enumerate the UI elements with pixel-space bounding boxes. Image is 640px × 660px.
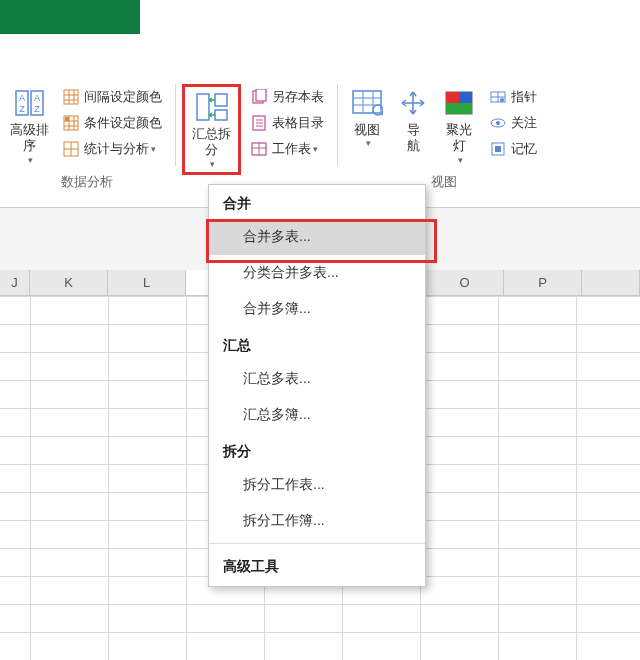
- sort-az-icon: AZAZ: [13, 86, 47, 120]
- stats-analysis-label: 统计与分析: [84, 140, 149, 158]
- interval-color-button[interactable]: 间隔设定颜色: [59, 84, 165, 110]
- svg-rect-6: [64, 90, 78, 104]
- worksheet-button[interactable]: 工作表▾: [247, 136, 327, 162]
- advanced-sort-button[interactable]: AZAZ 高级排 序 ▾: [4, 84, 55, 167]
- menu-sum-sheets[interactable]: 汇总多表...: [209, 361, 425, 397]
- worksheet-label: 工作表: [272, 140, 311, 158]
- svg-text:Z: Z: [34, 104, 40, 114]
- spotlight-button[interactable]: 聚光 灯 ▾: [436, 84, 482, 167]
- spotlight-icon: [442, 86, 476, 120]
- save-copy-label: 另存本表: [272, 88, 324, 106]
- svg-rect-12: [65, 117, 69, 121]
- grid-cond-icon: [62, 114, 80, 132]
- memory-label: 记忆: [511, 140, 537, 158]
- pointer-label: 指针: [511, 88, 537, 106]
- save-copy-button[interactable]: 另存本表: [247, 84, 327, 110]
- menu-sum-workbooks[interactable]: 汇总多簿...: [209, 397, 425, 433]
- menu-classify-merge[interactable]: 分类合并多表...: [209, 255, 425, 291]
- split-merge-icon: [195, 90, 229, 124]
- svg-point-48: [496, 121, 500, 125]
- group-label-view: 视图: [431, 173, 457, 191]
- menu-section-merge: 合并: [209, 185, 425, 219]
- spotlight-label: 聚光 灯: [446, 122, 472, 155]
- col-header-extra[interactable]: [582, 270, 640, 295]
- svg-rect-32: [353, 91, 381, 113]
- svg-text:Z: Z: [19, 104, 25, 114]
- nav-button[interactable]: 导 航: [390, 84, 436, 167]
- nav-label: 导 航: [407, 122, 420, 155]
- menu-section-split: 拆分: [209, 433, 425, 467]
- menu-split-sheets[interactable]: 拆分工作表...: [209, 467, 425, 503]
- nav-arrows-icon: [396, 86, 430, 120]
- view-grid-icon: [350, 86, 384, 120]
- toc-icon: [250, 114, 268, 132]
- eye-icon: [489, 114, 507, 132]
- group-label-analysis: 数据分析: [61, 173, 113, 191]
- advanced-sort-label: 高级排 序: [10, 122, 49, 155]
- interval-color-label: 间隔设定颜色: [84, 88, 162, 106]
- chevron-down-icon: ▾: [458, 155, 463, 165]
- svg-rect-42: [446, 103, 472, 114]
- split-sum-label: 汇总拆 分: [192, 126, 231, 159]
- follow-label: 关注: [511, 114, 537, 132]
- menu-section-advanced: 高级工具: [209, 548, 425, 582]
- col-header-L[interactable]: L: [108, 270, 186, 295]
- svg-rect-21: [215, 94, 227, 106]
- pointer-icon: [489, 88, 507, 106]
- ribbon-group-analysis: AZAZ 高级排 序 ▾ 间隔设定颜色 条件设定颜色 统计与分析▾: [0, 84, 169, 204]
- svg-rect-40: [446, 92, 459, 103]
- conditional-color-button[interactable]: 条件设定颜色: [59, 110, 165, 136]
- svg-rect-22: [215, 110, 227, 120]
- view-button[interactable]: 视图 ▾: [344, 84, 390, 167]
- grid-color-icon: [62, 88, 80, 106]
- svg-rect-24: [256, 89, 266, 101]
- menu-merge-workbooks[interactable]: 合并多簿...: [209, 291, 425, 327]
- stats-analysis-button[interactable]: 统计与分析▾: [59, 136, 165, 162]
- sheet-toc-label: 表格目录: [272, 114, 324, 132]
- menu-section-sum: 汇总: [209, 327, 425, 361]
- title-bar: [0, 0, 640, 48]
- svg-rect-50: [495, 146, 501, 152]
- chevron-down-icon: ▾: [151, 144, 156, 154]
- view-label: 视图: [354, 122, 380, 138]
- col-header-P[interactable]: P: [504, 270, 582, 295]
- chevron-down-icon: ▾: [313, 144, 318, 154]
- grid-stats-icon: [62, 140, 80, 158]
- chevron-down-icon: ▾: [366, 138, 371, 148]
- separator: [175, 84, 176, 166]
- sheet-toc-button[interactable]: 表格目录: [247, 110, 327, 136]
- memory-icon: [489, 140, 507, 158]
- svg-rect-41: [459, 92, 472, 103]
- menu-divider: [209, 543, 425, 544]
- save-copy-icon: [250, 88, 268, 106]
- split-sum-menu: 合并 合并多表... 分类合并多表... 合并多簿... 汇总 汇总多表... …: [208, 184, 426, 587]
- conditional-color-label: 条件设定颜色: [84, 114, 162, 132]
- menu-merge-multi-sheets[interactable]: 合并多表...: [209, 219, 425, 255]
- chevron-down-icon: ▾: [28, 155, 33, 165]
- col-header-J[interactable]: J: [0, 270, 30, 295]
- memory-button[interactable]: 记忆: [486, 136, 540, 162]
- separator: [337, 84, 338, 166]
- svg-rect-20: [197, 94, 209, 120]
- svg-text:A: A: [33, 93, 39, 103]
- pointer-button[interactable]: 指针: [486, 84, 540, 110]
- chevron-down-icon: ▾: [210, 159, 215, 169]
- follow-button[interactable]: 关注: [486, 110, 540, 136]
- col-header-K[interactable]: K: [30, 270, 108, 295]
- col-header-O[interactable]: O: [426, 270, 504, 295]
- app-accent-block: [0, 0, 140, 34]
- menu-split-workbooks[interactable]: 拆分工作簿...: [209, 503, 425, 539]
- svg-text:A: A: [18, 93, 24, 103]
- worksheet-icon: [250, 140, 268, 158]
- split-sum-button[interactable]: 汇总拆 分 ▾: [182, 84, 241, 175]
- svg-point-46: [500, 98, 504, 102]
